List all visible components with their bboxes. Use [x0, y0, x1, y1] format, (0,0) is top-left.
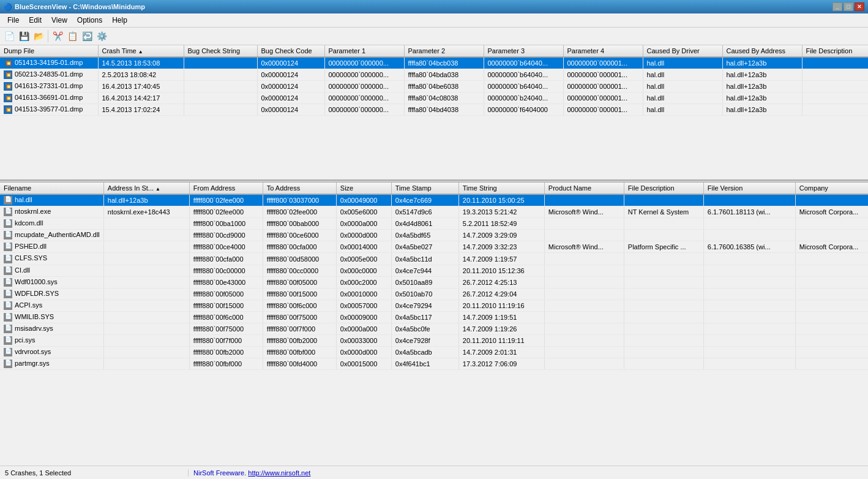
table-row[interactable]: 📄CLFS.SYSfffff880`00cfa000fffff880`00d58…: [0, 253, 868, 265]
menu-item-help[interactable]: Help: [107, 15, 132, 26]
lower-col-time_string[interactable]: Time String: [458, 183, 544, 194]
cell-bug_check_code: 0x00000124: [257, 92, 324, 104]
menu-item-file[interactable]: File: [2, 15, 24, 26]
cell-parameter2: ffffa80`04bcb038: [404, 57, 484, 69]
new-button[interactable]: 📄: [2, 29, 16, 43]
undo-button[interactable]: ↩️: [80, 29, 94, 43]
menu-item-edit[interactable]: Edit: [24, 15, 47, 26]
lower-col-from_address[interactable]: From Address: [189, 183, 263, 194]
cell-time_stamp: 0x4a5bcadb: [391, 347, 458, 358]
upper-col-caused_by_address[interactable]: Caused By Address: [722, 45, 802, 57]
cell-time_stamp: 0x4d4d8061: [391, 218, 458, 230]
table-row[interactable]: 📄PSHED.dllfffff880`00ce4000fffff880`00cf…: [0, 241, 868, 253]
menu-item-view[interactable]: View: [47, 15, 72, 26]
maximize-button[interactable]: □: [844, 2, 853, 11]
lower-col-filename[interactable]: Filename: [0, 183, 103, 194]
cell-bug_check_code: 0x00000124: [257, 57, 324, 69]
cell-to_address: fffff880`00fd4000: [263, 358, 336, 370]
table-row[interactable]: 📄WMILIB.SYSfffff880`00f6c000fffff880`00f…: [0, 311, 868, 323]
lower-col-size[interactable]: Size: [336, 183, 391, 194]
dump-icon: 💥: [4, 94, 12, 102]
cell-time_string: 14.7.2009 3:32:23: [458, 241, 544, 253]
table-row[interactable]: 💥050213-24835-01.dmp2.5.2013 18:08:420x0…: [0, 69, 868, 81]
upper-col-dump_file[interactable]: Dump File: [0, 45, 98, 57]
cell-filename: 📄pci.sys: [0, 335, 103, 347]
lower-col-company[interactable]: Company: [795, 183, 868, 194]
cut-button[interactable]: ✂️: [51, 29, 64, 43]
cell-file_version: [703, 358, 795, 370]
copy-button[interactable]: 📋: [65, 29, 79, 43]
upper-col-parameter4[interactable]: Parameter 4: [563, 45, 643, 57]
lower-col-file_description[interactable]: File Description: [624, 183, 703, 194]
menu-item-options[interactable]: Options: [72, 15, 107, 26]
cell-size: 0x00015000: [336, 358, 391, 370]
sort-arrow-icon: ▲: [138, 49, 143, 55]
cell-address_in: [103, 218, 189, 230]
table-row[interactable]: 📄hal.dllhal.dll+12a3bfffff800`02fee000ff…: [0, 194, 868, 206]
lower-table-header: FilenameAddress In St...▲From AddressTo …: [0, 183, 868, 194]
file-icon: 📄: [4, 219, 12, 228]
cell-file_description: Platform Specific ...: [624, 241, 703, 253]
upper-col-crash_time[interactable]: Crash Time▲: [98, 45, 184, 57]
minimize-button[interactable]: _: [832, 2, 842, 11]
table-row[interactable]: 📄kdcom.dllfffff800`00ba1000fffff800`00ba…: [0, 218, 868, 230]
file-icon: 📄: [4, 278, 12, 287]
upper-col-parameter2[interactable]: Parameter 2: [404, 45, 484, 57]
table-row[interactable]: 📄CI.dllfffff880`00c00000fffff880`00cc000…: [0, 265, 868, 276]
close-button[interactable]: ✕: [855, 2, 864, 11]
table-row[interactable]: 📄Wdf01000.sysfffff880`00e43000fffff880`0…: [0, 276, 868, 288]
lower-col-time_stamp[interactable]: Time Stamp: [391, 183, 458, 194]
open-button[interactable]: 📂: [32, 29, 45, 43]
upper-col-parameter1[interactable]: Parameter 1: [324, 45, 404, 57]
cell-size: 0x0005e000: [336, 253, 391, 265]
cell-time_string: 14.7.2009 1:19:26: [458, 323, 544, 335]
table-row[interactable]: 💥041613-36691-01.dmp16.4.2013 14:42:170x…: [0, 92, 868, 104]
upper-table-wrapper[interactable]: Dump FileCrash Time▲Bug Check StringBug …: [0, 45, 868, 179]
lower-col-product_name[interactable]: Product Name: [544, 183, 624, 194]
cell-time_string: 14.7.2009 1:19:57: [458, 253, 544, 265]
lower-table-wrapper[interactable]: FilenameAddress In St...▲From AddressTo …: [0, 183, 868, 466]
settings-button[interactable]: ⚙️: [95, 29, 108, 43]
cell-parameter4: 00000000`000001...: [563, 92, 643, 104]
cell-filename: 📄WDFLDR.SYS: [0, 288, 103, 300]
table-row[interactable]: 📄msisadrv.sysfffff880`00f75000fffff880`0…: [0, 323, 868, 335]
table-row[interactable]: 📄ntoskrnl.exentoskrnl.exe+18c443fffff800…: [0, 206, 868, 218]
cell-size: 0x00057000: [336, 300, 391, 311]
upper-col-caused_by_driver[interactable]: Caused By Driver: [643, 45, 722, 57]
cell-file_description: [624, 230, 703, 241]
cell-to_address: fffff880`00ce6000: [263, 230, 336, 241]
table-row[interactable]: 📄mcupdate_AuthenticAMD.dllfffff880`00cd9…: [0, 230, 868, 241]
table-row[interactable]: 📄vdrvroot.sysfffff880`00fb2000fffff880`0…: [0, 347, 868, 358]
lower-col-to_address[interactable]: To Address: [263, 183, 336, 194]
cell-to_address: fffff800`00bab000: [263, 218, 336, 230]
table-row[interactable]: 📄ACPI.sysfffff880`00f15000fffff880`00f6c…: [0, 300, 868, 311]
cell-from_address: fffff880`00f7f000: [189, 335, 263, 347]
upper-col-parameter3[interactable]: Parameter 3: [484, 45, 563, 57]
cell-parameter1: 00000000`000000...: [324, 69, 404, 81]
cell-file_version: [703, 300, 795, 311]
cell-company: [795, 194, 868, 206]
table-row[interactable]: 📄WDFLDR.SYSfffff880`00f05000fffff880`00f…: [0, 288, 868, 300]
save-button[interactable]: 💾: [17, 29, 31, 43]
cell-product_name: [544, 347, 624, 358]
upper-col-bug_check_string[interactable]: Bug Check String: [184, 45, 257, 57]
cell-address_in: hal.dll+12a3b: [103, 194, 189, 206]
upper-col-file_description[interactable]: File Description: [802, 45, 868, 57]
table-row[interactable]: 💥051413-34195-01.dmp14.5.2013 18:53:080x…: [0, 57, 868, 69]
cell-size: 0x000c2000: [336, 276, 391, 288]
table-row[interactable]: 📄pci.sysfffff880`00f7f000fffff880`00fb20…: [0, 335, 868, 347]
table-row[interactable]: 💥041513-39577-01.dmp15.4.2013 17:02:240x…: [0, 104, 868, 116]
cell-company: [795, 265, 868, 276]
cell-product_name: [544, 276, 624, 288]
nirsoft-link[interactable]: http://www.nirsoft.net: [248, 469, 310, 477]
cell-time_stamp: 0x4f641bc1: [391, 358, 458, 370]
cell-parameter1: 00000000`000000...: [324, 81, 404, 92]
upper-col-bug_check_code[interactable]: Bug Check Code: [257, 45, 324, 57]
lower-col-address_in[interactable]: Address In St...▲: [103, 183, 189, 194]
cell-size: 0x0000a000: [336, 323, 391, 335]
lower-col-file_version[interactable]: File Version: [703, 183, 795, 194]
table-row[interactable]: 📄partmgr.sysfffff880`00fbf000fffff880`00…: [0, 358, 868, 370]
cell-file_description: [624, 300, 703, 311]
table-row[interactable]: 💥041613-27331-01.dmp16.4.2013 17:40:450x…: [0, 81, 868, 92]
cell-from_address: fffff880`00fb2000: [189, 347, 263, 358]
